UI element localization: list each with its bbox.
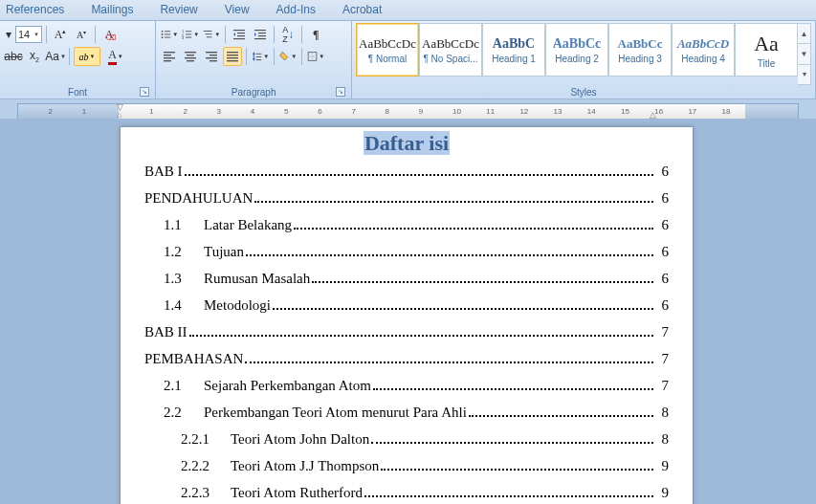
toc-text: BAB I: [144, 164, 183, 180]
separator: [301, 48, 302, 65]
sort-button[interactable]: AZ↓: [278, 25, 298, 44]
toc-text: PEMBAHASAN: [144, 351, 243, 367]
group-label-paragraph: Paragraph ↘: [160, 85, 347, 99]
increase-indent-button[interactable]: [251, 25, 270, 44]
style-tile-heading-4[interactable]: AaBbCcDHeading 4: [672, 23, 735, 77]
font-size-combo[interactable]: 14 ▼: [15, 26, 42, 43]
ruler-tick: 3: [217, 107, 221, 116]
page[interactable]: Daftar isi BAB I6PENDAHULUAN61.1Latar Be…: [120, 126, 694, 504]
svg-rect-35: [206, 57, 217, 58]
shading-button[interactable]: ▼: [278, 47, 298, 66]
svg-point-0: [162, 31, 164, 33]
toc-leader: [245, 353, 653, 363]
document-title[interactable]: Daftar isi: [144, 131, 669, 156]
toc-row[interactable]: 2.2.1Teori Atom John Dalton8: [144, 431, 669, 448]
toc-row[interactable]: 1.3Rumusan Masalah6: [144, 271, 669, 287]
svg-rect-25: [164, 52, 175, 53]
toc-row[interactable]: BAB I6: [144, 164, 669, 180]
shrink-font-button[interactable]: A▾: [72, 25, 91, 44]
font-name-dropdown-arrow-icon[interactable]: ▾: [4, 25, 13, 44]
toc-number: 1.1: [164, 217, 204, 233]
svg-rect-29: [185, 52, 196, 53]
numbering-button[interactable]: 123▼: [181, 25, 200, 44]
change-case-button[interactable]: Aa▼: [46, 47, 65, 66]
toc-row[interactable]: 2.2Perkembangan Teori Atom menurut Para …: [144, 405, 669, 421]
ruler-tick: 2: [49, 107, 53, 116]
bullets-button[interactable]: ▼: [160, 25, 179, 44]
gallery-scroll-icon[interactable]: ▲: [798, 24, 810, 44]
style-tile-title[interactable]: AaTitle: [735, 23, 798, 77]
multilevel-list-button[interactable]: ▼: [202, 25, 221, 44]
group-label-font: Font ↘: [4, 85, 151, 99]
toc-row[interactable]: 2.2.2Teori Atom J.J Thompson9: [144, 458, 669, 474]
ruler-tick: 15: [621, 107, 629, 116]
tab-references[interactable]: References: [6, 3, 64, 16]
svg-text:3: 3: [182, 35, 185, 40]
line-spacing-button[interactable]: ▼: [251, 47, 270, 66]
svg-rect-1: [165, 31, 170, 32]
strikethrough-button[interactable]: abc: [4, 47, 23, 66]
ruler-tick: 11: [486, 107, 495, 116]
svg-rect-5: [165, 37, 170, 38]
group-paragraph: ▼ 123▼ ▼ AZ↓ ¶ ▼ ▼ ▼: [156, 21, 352, 99]
svg-rect-15: [233, 30, 245, 31]
align-left-button[interactable]: [160, 47, 179, 66]
toc-row[interactable]: 2.2.3Teori Atom Rutherford9: [144, 485, 669, 501]
horizontal-ruler[interactable]: ▽ ⌂ △ 21123456789101112131415161718: [17, 103, 799, 120]
justify-button[interactable]: [223, 47, 242, 66]
style-tile--normal[interactable]: AaBbCcDc¶ Normal: [356, 23, 419, 77]
gallery-scroll-icon[interactable]: ▾: [798, 65, 810, 84]
toc-leader: [381, 460, 653, 471]
toc-text: Sejarah Perkembangan Atom: [204, 378, 371, 394]
toc-leader: [254, 192, 653, 203]
tab-review[interactable]: Review: [160, 3, 197, 16]
font-color-button[interactable]: A▼: [102, 47, 129, 66]
style-tile-heading-1[interactable]: AaBbCHeading 1: [482, 23, 545, 77]
tab-acrobat[interactable]: Acrobat: [342, 3, 382, 16]
paragraph-dialog-launcher[interactable]: ↘: [336, 87, 345, 97]
align-right-button[interactable]: [202, 47, 221, 66]
clear-formatting-button[interactable]: A⌫: [99, 25, 119, 44]
toc-page: 6: [655, 297, 669, 314]
toc-number: 2.2.2: [181, 458, 231, 474]
tab-addins[interactable]: Add-Ins: [276, 3, 316, 16]
toc-leader: [185, 165, 653, 176]
font-dialog-launcher[interactable]: ↘: [140, 87, 149, 97]
toc-text: Latar Belakang: [204, 217, 292, 233]
svg-rect-12: [204, 31, 212, 32]
style-tile-heading-2[interactable]: AaBbCcHeading 2: [545, 23, 608, 77]
subscript-button[interactable]: x2: [25, 47, 44, 66]
text-highlight-button[interactable]: ab▼: [74, 47, 100, 66]
toc-row[interactable]: 2.1Sejarah Perkembangan Atom7: [144, 378, 669, 394]
toc-row[interactable]: 1.2Tujuan6: [144, 244, 669, 260]
toc-text: PENDAHULUAN: [144, 190, 253, 207]
group-styles: AaBbCcDc¶ NormalAaBbCcDc¶ No Spaci...AaB…: [352, 21, 816, 99]
toc-row[interactable]: PEMBAHASAN7: [144, 351, 669, 367]
separator: [69, 48, 70, 65]
toc-row[interactable]: 1.1Latar Belakang6: [144, 217, 669, 233]
tab-mailings[interactable]: Mailings: [91, 3, 133, 16]
ruler-tick: 16: [654, 107, 663, 116]
ruler-tick: 4: [251, 107, 254, 116]
toc-leader: [312, 273, 653, 283]
toc-row[interactable]: BAB II7: [144, 324, 669, 340]
svg-rect-34: [210, 55, 217, 55]
tab-view[interactable]: View: [225, 3, 250, 16]
align-center-button[interactable]: [181, 47, 200, 66]
grow-font-button[interactable]: A▴: [51, 25, 70, 44]
table-of-contents[interactable]: BAB I6PENDAHULUAN61.1Latar Belakang61.2T…: [144, 164, 669, 501]
style-tile--no-spaci-[interactable]: AaBbCcDc¶ No Spaci...: [419, 23, 482, 77]
toc-row[interactable]: 1.4Metodologi6: [144, 297, 669, 314]
show-paragraph-marks-button[interactable]: ¶: [306, 25, 325, 44]
document-area[interactable]: Daftar isi BAB I6PENDAHULUAN61.1Latar Be…: [0, 119, 816, 504]
gallery-scroll-icon[interactable]: ▼: [798, 44, 810, 64]
svg-rect-39: [227, 57, 238, 58]
svg-marker-43: [253, 58, 255, 60]
style-tile-heading-3[interactable]: AaBbCcHeading 3: [608, 23, 672, 77]
styles-gallery[interactable]: AaBbCcDc¶ NormalAaBbCcDc¶ No Spaci...AaB…: [356, 23, 811, 85]
svg-rect-7: [186, 31, 191, 32]
decrease-indent-button[interactable]: [230, 25, 249, 44]
borders-button[interactable]: ▼: [306, 47, 325, 66]
toc-row[interactable]: PENDAHULUAN6: [144, 190, 669, 207]
toc-page: 9: [655, 485, 669, 501]
